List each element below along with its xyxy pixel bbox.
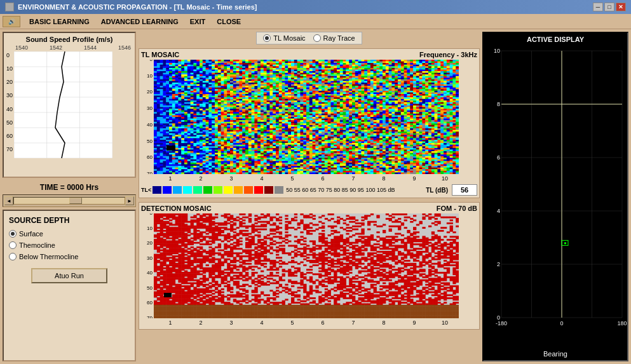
ssp-y-40: 40 bbox=[6, 106, 13, 112]
window-controls: ─ □ ✕ bbox=[593, 3, 626, 11]
ssp-title: Sound Speed Profile (m/s) bbox=[6, 36, 132, 43]
legend-color-70 bbox=[193, 186, 202, 194]
radio-below-thermocline[interactable]: Below Thermocline bbox=[9, 253, 130, 260]
ssp-y-20: 20 bbox=[6, 79, 13, 85]
toggle-ray-trace-label: Ray Trace bbox=[323, 34, 355, 42]
det-x-axis bbox=[141, 318, 477, 327]
tl-mosaic-section: TL MOSAIC Frequency - 3kHz TL< bbox=[139, 48, 480, 198]
time-scrollbar[interactable]: ◄ ► bbox=[3, 194, 136, 207]
legend-color-80 bbox=[214, 186, 222, 194]
menu-basic-learning[interactable]: BASIC LEARNING bbox=[24, 17, 95, 27]
color-legend: TL< 50 55 60 65 70 75 80 85 90 95 100 10… bbox=[141, 184, 477, 196]
legend-color-above bbox=[275, 186, 283, 194]
tl-mosaic-chart bbox=[154, 60, 459, 174]
app-menu-icon[interactable]: 🔊 bbox=[3, 16, 20, 27]
ssp-x-1544: 1544 bbox=[84, 44, 97, 51]
radio-thermocline-label: Themocline bbox=[19, 241, 55, 249]
detection-mosaic-header: DETECTION MOSAIC FOM - 70 dB bbox=[141, 205, 477, 212]
ssp-y-50: 50 bbox=[6, 119, 13, 126]
legend-color-105 bbox=[264, 186, 273, 194]
time-display: TIME = 0000 Hrs bbox=[3, 183, 136, 192]
radio-surface-label: Surface bbox=[19, 230, 43, 238]
active-display-chart bbox=[484, 44, 627, 350]
ssp-y-30: 30 bbox=[6, 92, 13, 98]
legend-color-95 bbox=[244, 186, 253, 194]
radio-surface-dot[interactable] bbox=[9, 230, 17, 238]
ssp-x-1540: 1540 bbox=[15, 44, 28, 51]
source-depth-title: SOURCE DEPTH bbox=[9, 216, 130, 225]
menu-advanced-learning[interactable]: ADVANCED LEARNING bbox=[96, 17, 184, 27]
left-panel: Sound Speed Profile (m/s) 0 10 20 30 40 … bbox=[3, 32, 136, 361]
tl-db-label: TL (dB) bbox=[426, 187, 448, 194]
toggle-tl-mosaic-label: TL Mosaic bbox=[273, 34, 305, 42]
det-x-axis-canvas bbox=[155, 318, 460, 327]
ssp-y-60: 60 bbox=[6, 133, 13, 139]
menu-exit[interactable]: EXIT bbox=[185, 17, 210, 27]
legend-color-60 bbox=[173, 186, 182, 194]
display-toggle-controls: TL Mosaic Ray Trace bbox=[139, 32, 480, 44]
restore-button[interactable]: □ bbox=[604, 3, 614, 11]
ssp-y-0: 0 bbox=[6, 52, 13, 58]
tl-mosaic-header: TL MOSAIC Frequency - 3kHz bbox=[141, 51, 477, 58]
ssp-x-1542: 1542 bbox=[50, 44, 62, 51]
det-y-axis bbox=[141, 213, 154, 318]
toggle-tl-mosaic-dot[interactable] bbox=[263, 34, 271, 42]
tl-mosaic-title: TL MOSAIC bbox=[141, 51, 179, 58]
toggle-ray-trace[interactable]: Ray Trace bbox=[313, 34, 355, 42]
scroll-right-arrow[interactable]: ► bbox=[125, 196, 134, 205]
center-panel: TL Mosaic Ray Trace TL MOSAIC Frequency … bbox=[139, 32, 480, 361]
bearing-label: Bearing bbox=[484, 350, 627, 360]
source-depth-box: SOURCE DEPTH Surface Themocline Below Th… bbox=[3, 210, 136, 361]
legend-tl-less: TL< bbox=[141, 187, 151, 193]
radio-thermocline[interactable]: Themocline bbox=[9, 241, 130, 249]
tl-x-axis-canvas bbox=[155, 174, 460, 183]
menu-bar: 🔊 BASIC LEARNING ADVANCED LEARNING EXIT … bbox=[0, 14, 631, 29]
toggle-tl-mosaic[interactable]: TL Mosaic bbox=[263, 34, 305, 42]
menu-close[interactable]: CLOSE bbox=[212, 17, 246, 27]
legend-color-75 bbox=[203, 186, 212, 194]
radio-below-thermocline-label: Below Thermocline bbox=[19, 253, 78, 260]
toggle-ray-trace-dot[interactable] bbox=[313, 34, 321, 42]
tl-y-axis bbox=[141, 60, 154, 174]
ssp-y-10: 10 bbox=[6, 65, 13, 72]
detection-mosaic-chart bbox=[154, 213, 459, 318]
source-depth-radio-group: Surface Themocline Below Thermocline bbox=[9, 230, 130, 260]
ssp-y-70: 70 bbox=[6, 146, 13, 152]
legend-color-100 bbox=[254, 186, 263, 194]
ssp-chart bbox=[14, 51, 112, 158]
main-content: Sound Speed Profile (m/s) 0 10 20 30 40 … bbox=[0, 29, 631, 364]
radio-thermocline-dot[interactable] bbox=[9, 241, 17, 249]
legend-color-55 bbox=[163, 186, 172, 194]
app-icon bbox=[5, 3, 14, 11]
close-window-button[interactable]: ✕ bbox=[616, 3, 626, 11]
right-panel: ACTIVE DISPLAY Bearing bbox=[482, 32, 628, 361]
legend-color-85 bbox=[224, 186, 233, 194]
window-title: ENVIRONMENT & ACOUSTIC PROPAGATION - [TL… bbox=[18, 3, 257, 11]
detection-fom: FOM - 70 dB bbox=[437, 205, 477, 212]
auto-run-button[interactable]: Atuo Run bbox=[31, 268, 107, 283]
active-display-title: ACTIVE DISPLAY bbox=[484, 33, 627, 44]
sound-speed-profile-box: Sound Speed Profile (m/s) 0 10 20 30 40 … bbox=[3, 32, 136, 178]
tl-mosaic-frequency: Frequency - 3kHz bbox=[419, 51, 477, 58]
radio-below-thermocline-dot[interactable] bbox=[9, 253, 17, 260]
legend-color-90 bbox=[234, 186, 243, 194]
legend-db-suffix: 50 55 60 65 70 75 80 85 90 95 100 105 dB bbox=[286, 187, 395, 193]
minimize-button[interactable]: ─ bbox=[593, 3, 603, 11]
tl-x-axis bbox=[141, 174, 477, 183]
detection-mosaic-title: DETECTION MOSAIC bbox=[141, 205, 212, 212]
scroll-track[interactable] bbox=[13, 197, 125, 205]
title-bar: ENVIRONMENT & ACOUSTIC PROPAGATION - [TL… bbox=[0, 0, 631, 14]
detection-mosaic-section: DETECTION MOSAIC FOM - 70 dB bbox=[139, 202, 480, 330]
scroll-thumb[interactable] bbox=[69, 198, 82, 204]
tl-db-input[interactable] bbox=[452, 184, 477, 196]
active-display-canvas bbox=[484, 44, 627, 337]
legend-color-65 bbox=[183, 186, 192, 194]
ssp-x-1546: 1546 bbox=[118, 44, 131, 51]
scroll-left-arrow[interactable]: ◄ bbox=[4, 196, 13, 205]
radio-surface[interactable]: Surface bbox=[9, 230, 130, 238]
legend-color-50 bbox=[153, 186, 161, 194]
